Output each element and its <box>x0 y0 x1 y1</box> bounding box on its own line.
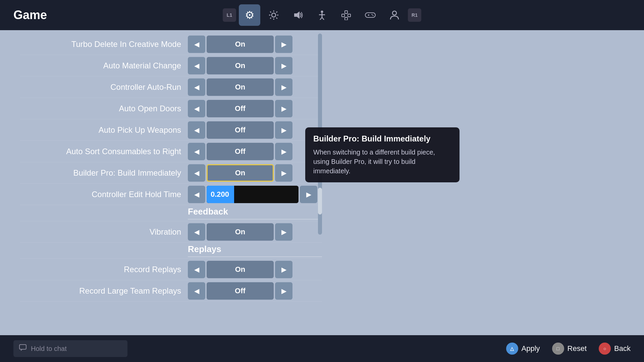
builder-pro-next[interactable]: ▶ <box>275 164 292 182</box>
section-feedback: Feedback <box>20 205 322 221</box>
svg-point-28 <box>392 11 396 15</box>
auto-pickup-value: Off <box>207 121 274 139</box>
edit-hold-next[interactable]: ▶ <box>300 186 317 203</box>
auto-sort-value: Off <box>207 143 274 160</box>
builder-pro-prev[interactable]: ◀ <box>188 164 205 182</box>
setting-edit-hold: Controller Edit Hold Time ◀ 0.200 ▶ <box>20 184 322 205</box>
scrollbar-thumb[interactable] <box>318 188 322 215</box>
svg-point-0 <box>272 13 276 17</box>
chat-placeholder: Hold to chat <box>31 345 67 353</box>
feedback-title: Feedback <box>188 206 322 220</box>
edit-hold-control: ◀ 0.200 ▶ <box>188 186 317 203</box>
record-large-prev[interactable]: ◀ <box>188 282 205 300</box>
auto-run-next[interactable]: ▶ <box>275 78 292 96</box>
auto-material-value: On <box>207 57 274 74</box>
auto-run-prev[interactable]: ◀ <box>188 78 205 96</box>
nav-controller-icon[interactable] <box>360 4 381 26</box>
svg-line-5 <box>270 11 271 12</box>
svg-rect-23 <box>365 13 375 17</box>
turbo-delete-value: On <box>207 36 274 53</box>
auto-doors-value: Off <box>207 100 274 117</box>
setting-auto-run: Controller Auto-Run ◀ On ▶ <box>20 76 322 98</box>
auto-pickup-prev[interactable]: ◀ <box>188 121 205 139</box>
svg-rect-15 <box>342 14 344 17</box>
setting-vibration: Vibration ◀ On ▶ <box>20 221 322 243</box>
turbo-delete-next[interactable]: ▶ <box>275 36 292 53</box>
section-replays: Replays <box>20 243 322 259</box>
back-label: Back <box>614 344 631 353</box>
turbo-delete-prev[interactable]: ◀ <box>188 36 205 53</box>
edit-hold-slider[interactable]: 0.200 <box>207 186 299 203</box>
setting-auto-material: Auto Material Change ◀ On ▶ <box>20 55 322 76</box>
svg-line-13 <box>320 17 322 20</box>
edit-hold-prev[interactable]: ◀ <box>188 186 205 203</box>
auto-doors-control: ◀ Off ▶ <box>188 100 292 117</box>
auto-pickup-control: ◀ Off ▶ <box>188 121 292 139</box>
record-replays-value: On <box>207 261 274 278</box>
bottom-bar: Hold to chat △ Apply □ Reset ○ Back <box>0 335 644 362</box>
back-icon: ○ <box>599 343 611 355</box>
turbo-delete-label: Turbo Delete In Creative Mode <box>20 40 188 49</box>
page-title: Game <box>13 8 47 22</box>
auto-doors-next[interactable]: ▶ <box>275 100 292 117</box>
nav-audio-icon[interactable] <box>287 4 309 26</box>
svg-line-6 <box>276 18 277 19</box>
setting-record-large-replays: Record Large Team Replays ◀ Off ▶ <box>20 280 322 302</box>
auto-run-control: ◀ On ▶ <box>188 78 292 96</box>
record-large-label: Record Large Team Replays <box>20 286 188 296</box>
edit-hold-label: Controller Edit Hold Time <box>20 190 188 199</box>
nav-accessibility-icon[interactable] <box>311 4 333 26</box>
svg-rect-17 <box>348 14 351 17</box>
setting-record-replays: Record Replays ◀ On ▶ <box>20 259 322 280</box>
builder-pro-label: Builder Pro: Build Immediately <box>20 168 188 178</box>
record-replays-prev[interactable]: ◀ <box>188 261 205 278</box>
auto-run-value: On <box>207 78 274 96</box>
apply-icon: △ <box>506 343 518 355</box>
record-large-value: Off <box>207 282 274 300</box>
setting-builder-pro: Builder Pro: Build Immediately ◀ On ▶ <box>20 162 322 184</box>
auto-material-next[interactable]: ▶ <box>275 57 292 74</box>
vibration-next[interactable]: ▶ <box>275 223 292 241</box>
auto-sort-next[interactable]: ▶ <box>275 143 292 160</box>
nav-settings-icon[interactable]: ⚙ <box>239 4 260 26</box>
svg-rect-29 <box>19 345 26 349</box>
nav-network-icon[interactable] <box>335 4 357 26</box>
record-large-next[interactable]: ▶ <box>275 282 292 300</box>
svg-marker-9 <box>294 11 300 19</box>
apply-button[interactable]: △ Apply <box>506 343 540 355</box>
edit-hold-fill: 0.200 <box>207 186 234 203</box>
nav-l1-button[interactable]: L1 <box>223 8 236 22</box>
vibration-label: Vibration <box>20 227 188 237</box>
bottom-actions: △ Apply □ Reset ○ Back <box>506 343 631 355</box>
apply-label: Apply <box>522 344 540 353</box>
nav-r1-button[interactable]: R1 <box>408 8 421 22</box>
auto-sort-label: Auto Sort Consumables to Right <box>20 147 188 156</box>
top-nav: Game L1 ⚙ R1 <box>0 0 644 30</box>
auto-sort-prev[interactable]: ◀ <box>188 143 205 160</box>
r1-label: R1 <box>412 12 418 18</box>
chat-area[interactable]: Hold to chat <box>13 340 127 357</box>
auto-material-control: ◀ On ▶ <box>188 57 292 74</box>
svg-line-8 <box>270 18 271 19</box>
auto-doors-prev[interactable]: ◀ <box>188 100 205 117</box>
auto-doors-label: Auto Open Doors <box>20 104 188 113</box>
auto-sort-control: ◀ Off ▶ <box>188 143 292 160</box>
svg-line-7 <box>276 11 277 12</box>
nav-account-icon[interactable] <box>384 4 405 26</box>
svg-line-14 <box>322 17 324 20</box>
vibration-prev[interactable]: ◀ <box>188 223 205 241</box>
auto-material-prev[interactable]: ◀ <box>188 57 205 74</box>
setting-auto-doors: Auto Open Doors ◀ Off ▶ <box>20 98 322 119</box>
auto-pickup-next[interactable]: ▶ <box>275 121 292 139</box>
record-large-control: ◀ Off ▶ <box>188 282 292 300</box>
record-replays-next[interactable]: ▶ <box>275 261 292 278</box>
setting-auto-pickup: Auto Pick Up Weapons ◀ Off ▶ <box>20 119 322 141</box>
record-replays-control: ◀ On ▶ <box>188 261 292 278</box>
main-content: Turbo Delete In Creative Mode ◀ On ▶ Aut… <box>0 30 644 335</box>
reset-button[interactable]: □ Reset <box>552 343 587 355</box>
settings-panel: Turbo Delete In Creative Mode ◀ On ▶ Aut… <box>20 34 322 335</box>
nav-display-icon[interactable] <box>263 4 284 26</box>
nav-icons: L1 ⚙ R1 <box>223 4 421 26</box>
tooltip-description: When switching to a different build piec… <box>313 147 451 176</box>
back-button[interactable]: ○ Back <box>599 343 631 355</box>
